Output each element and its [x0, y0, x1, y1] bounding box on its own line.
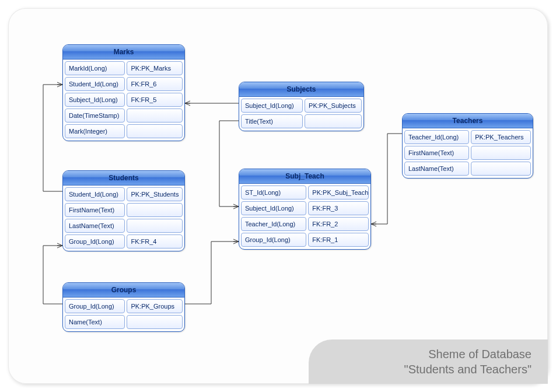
field-name: Subject_Id(Long)	[65, 93, 125, 107]
diagram-caption: Sheme of Database "Students and Teachers…	[309, 340, 548, 384]
entity-rows: ST_Id(Long)PK:PK_Subj_Teach Subject_Id(L…	[239, 184, 370, 249]
entity-title: Teachers	[403, 114, 533, 128]
field-name: Teacher_Id(Long)	[404, 130, 469, 144]
field-key: PK:PK_Subj_Teach	[308, 186, 369, 200]
field-row: Group_Id(Long)FK:FR_1	[241, 233, 369, 247]
field-name: Group_Id(Long)	[65, 235, 125, 249]
field-name: FirstName(Text)	[65, 203, 125, 217]
field-key: PK:PK_Students	[127, 187, 183, 201]
field-row: Subject_Id(Long)PK:PK_Subjects	[241, 99, 362, 113]
field-name: MarkId(Long)	[65, 61, 125, 75]
entity-rows: Subject_Id(Long)PK:PK_Subjects Title(Tex…	[239, 97, 363, 131]
field-row: Group_Id(Long)PK:PK_Groups	[65, 299, 183, 313]
field-row: LastName(Text)	[65, 219, 183, 233]
caption-line2: "Students and Teachers"	[344, 362, 531, 377]
field-name: Student_Id(Long)	[65, 77, 125, 91]
field-name: LastName(Text)	[65, 219, 125, 233]
field-name: Group_Id(Long)	[241, 233, 306, 247]
field-row: Subject_Id(Long)FK:FR_3	[241, 201, 369, 215]
field-row: FirstName(Text)	[404, 146, 531, 160]
field-key: FK:FR_3	[308, 201, 369, 215]
field-name: Title(Text)	[241, 114, 303, 128]
field-name: Mark(Integer)	[65, 124, 125, 138]
field-name: Date(TimeStamp)	[65, 108, 125, 123]
entity-rows: MarkId(Long)PK:PK_Marks Student_Id(Long)…	[63, 60, 184, 141]
entity-marks[interactable]: Marks MarkId(Long)PK:PK_Marks Student_Id…	[62, 44, 185, 141]
entity-title: Marks	[63, 45, 184, 60]
field-key	[127, 315, 183, 329]
field-name: FirstName(Text)	[404, 146, 469, 160]
field-row: Name(Text)	[65, 315, 183, 329]
field-row: FirstName(Text)	[65, 203, 183, 217]
field-name: Name(Text)	[65, 315, 125, 329]
field-key	[471, 162, 531, 176]
field-row: Student_Id(Long)PK:PK_Students	[65, 187, 183, 201]
field-name: Subject_Id(Long)	[241, 201, 306, 215]
field-row: Date(TimeStamp)	[65, 108, 183, 123]
field-name: LastName(Text)	[404, 162, 469, 176]
caption-line1: Sheme of Database	[344, 346, 531, 362]
field-key: FK:FR_1	[308, 233, 369, 247]
field-row: Student_Id(Long)FK:FR_6	[65, 77, 183, 91]
entity-subjects[interactable]: Subjects Subject_Id(Long)PK:PK_Subjects …	[239, 82, 364, 131]
field-key	[127, 203, 183, 217]
field-key	[127, 219, 183, 233]
entity-rows: Group_Id(Long)PK:PK_Groups Name(Text)	[63, 298, 184, 331]
field-name: Subject_Id(Long)	[241, 99, 303, 113]
field-row: Subject_Id(Long)FK:FR_5	[65, 93, 183, 107]
field-name: Group_Id(Long)	[65, 299, 125, 313]
entity-title: Subjects	[239, 82, 363, 97]
entity-teachers[interactable]: Teachers Teacher_Id(Long)PK:PK_Teachers …	[402, 113, 533, 178]
diagram-canvas: Marks MarkId(Long)PK:PK_Marks Student_Id…	[8, 8, 548, 384]
field-row: Teacher_Id(Long)PK:PK_Teachers	[404, 130, 531, 144]
field-row: MarkId(Long)PK:PK_Marks	[65, 61, 183, 75]
entity-title: Subj_Teach	[239, 169, 370, 184]
field-row: Title(Text)	[241, 114, 362, 128]
field-name: Student_Id(Long)	[65, 187, 125, 201]
field-row: Teacher_Id(Long)FK:FR_2	[241, 217, 369, 231]
field-row: ST_Id(Long)PK:PK_Subj_Teach	[241, 186, 369, 200]
field-key: FK:FR_5	[127, 93, 183, 107]
field-key: PK:PK_Subjects	[305, 99, 362, 113]
entity-students[interactable]: Students Student_Id(Long)PK:PK_Students …	[62, 170, 185, 251]
entity-title: Students	[63, 171, 184, 186]
entity-title: Groups	[63, 283, 184, 298]
field-key: PK:PK_Teachers	[471, 130, 531, 144]
field-row: Mark(Integer)	[65, 124, 183, 138]
field-key: PK:PK_Marks	[127, 61, 183, 75]
entity-rows: Student_Id(Long)PK:PK_Students FirstName…	[63, 186, 184, 251]
field-key	[471, 146, 531, 160]
field-key	[127, 108, 183, 123]
field-key	[305, 114, 362, 128]
field-key: FK:FR_6	[127, 77, 183, 91]
entity-rows: Teacher_Id(Long)PK:PK_Teachers FirstName…	[403, 128, 533, 178]
field-row: LastName(Text)	[404, 162, 531, 176]
field-name: ST_Id(Long)	[241, 186, 306, 200]
field-key: FK:FR_4	[127, 235, 183, 249]
field-key: PK:PK_Groups	[127, 299, 183, 313]
field-name: Teacher_Id(Long)	[241, 217, 306, 231]
entity-groups[interactable]: Groups Group_Id(Long)PK:PK_Groups Name(T…	[62, 282, 185, 332]
entity-subj-teach[interactable]: Subj_Teach ST_Id(Long)PK:PK_Subj_Teach S…	[239, 169, 371, 250]
field-key	[127, 124, 183, 138]
field-key: FK:FR_2	[308, 217, 369, 231]
field-row: Group_Id(Long)FK:FR_4	[65, 235, 183, 249]
